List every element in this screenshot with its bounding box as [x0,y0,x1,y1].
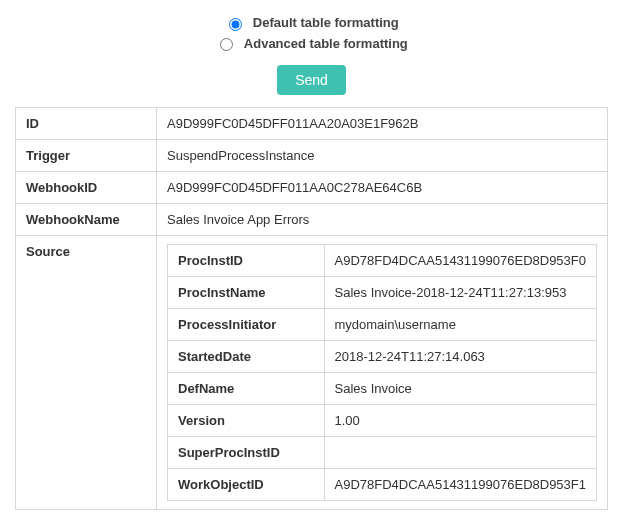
table-row: StartedDate2018-12-24T11:27:14.063 [168,341,597,373]
table-row: SuperProcInstID [168,437,597,469]
row-value: A9D78FD4DCAA51431199076ED8D953F1 [324,469,597,501]
table-row: Version1.00 [168,405,597,437]
table-row: DefNameSales Invoice [168,373,597,405]
table-row: ProcInstNameSales Invoice-2018-12-24T11:… [168,277,597,309]
default-formatting-radio[interactable] [229,18,242,31]
table-row: ProcInstIDA9D78FD4DCAA51431199076ED8D953… [168,245,597,277]
table-row-source: SourceProcInstIDA9D78FD4DCAA51431199076E… [16,236,608,510]
row-key: StartedDate [168,341,325,373]
row-value: Sales Invoice-2018-12-24T11:27:13:953 [324,277,597,309]
row-value: SuspendProcessInstance [157,140,608,172]
default-formatting-label[interactable]: Default table formatting [253,15,399,30]
table-row: WebhookNameSales Invoice App Errors [16,204,608,236]
row-value: A9D999FC0D45DFF011AA20A03E1F962B [157,108,608,140]
row-key: WorkObjectID [168,469,325,501]
table-row: TriggerSuspendProcessInstance [16,140,608,172]
row-value: A9D78FD4DCAA51431199076ED8D953F0 [324,245,597,277]
row-key: WebhookName [16,204,157,236]
row-key: ProcInstID [168,245,325,277]
row-key: ID [16,108,157,140]
row-key: DefName [168,373,325,405]
advanced-formatting-label[interactable]: Advanced table formatting [244,36,408,51]
table-row: WorkObjectIDA9D78FD4DCAA51431199076ED8D9… [168,469,597,501]
table-row: WebhookIDA9D999FC0D45DFF011AA0C278AE64C6… [16,172,608,204]
source-key: Source [16,236,157,510]
advanced-formatting-radio[interactable] [220,38,233,51]
source-cell: ProcInstIDA9D78FD4DCAA51431199076ED8D953… [157,236,608,510]
row-key: Trigger [16,140,157,172]
row-value: Sales Invoice App Errors [157,204,608,236]
send-button[interactable]: Send [277,65,346,95]
formatting-radio-group: Default table formatting Advanced table … [15,14,608,51]
row-value: Sales Invoice [324,373,597,405]
row-value: 1.00 [324,405,597,437]
row-value: mydomain\username [324,309,597,341]
row-value: 2018-12-24T11:27:14.063 [324,341,597,373]
row-key: ProcInstName [168,277,325,309]
row-key: ProcessInitiator [168,309,325,341]
table-row: IDA9D999FC0D45DFF011AA20A03E1F962B [16,108,608,140]
table-row: ProcessInitiatormydomain\username [168,309,597,341]
row-key: Version [168,405,325,437]
row-key: SuperProcInstID [168,437,325,469]
row-key: WebhookID [16,172,157,204]
source-table: ProcInstIDA9D78FD4DCAA51431199076ED8D953… [167,244,597,501]
row-value: A9D999FC0D45DFF011AA0C278AE64C6B [157,172,608,204]
response-table: IDA9D999FC0D45DFF011AA20A03E1F962BTrigge… [15,107,608,510]
row-value [324,437,597,469]
